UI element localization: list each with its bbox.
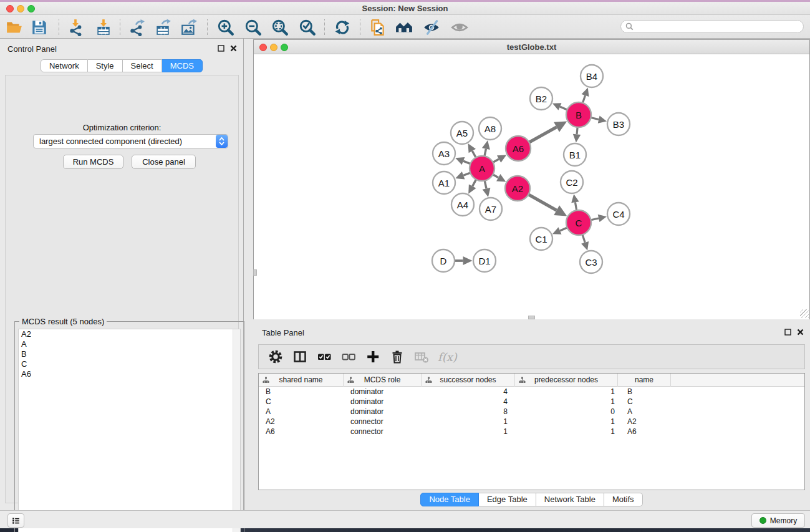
- close-panel-icon[interactable]: [797, 329, 804, 336]
- toggle-panel-visibility-icon[interactable]: [451, 19, 468, 36]
- zoom-selected-icon[interactable]: [299, 19, 316, 36]
- table-row[interactable]: A2connector11A2: [259, 417, 804, 427]
- add-column-icon[interactable]: [365, 349, 381, 365]
- split-table-icon[interactable]: [292, 349, 308, 365]
- splitter-handle-bottom[interactable]: [528, 316, 535, 319]
- task-history-button[interactable]: [7, 513, 24, 528]
- result-list-item[interactable]: A6: [19, 369, 240, 379]
- import-network-icon[interactable]: [67, 19, 84, 36]
- table-cell: dominator: [344, 397, 422, 407]
- unselect-all-columns-icon[interactable]: [340, 349, 357, 365]
- hide-graphics-details-icon[interactable]: [423, 19, 440, 36]
- import-table-icon[interactable]: [95, 19, 112, 36]
- network-maximize-button[interactable]: [281, 44, 288, 51]
- tab-select[interactable]: Select: [123, 59, 162, 72]
- tab-style[interactable]: Style: [88, 59, 123, 72]
- svg-text:B4: B4: [586, 71, 597, 82]
- network-node-B4[interactable]: B4: [581, 65, 603, 87]
- table-settings-icon[interactable]: [268, 349, 284, 365]
- network-node-D1[interactable]: D1: [473, 249, 496, 272]
- select-all-columns-icon[interactable]: [316, 349, 332, 365]
- float-panel-icon[interactable]: [218, 45, 224, 52]
- window-resize-grip[interactable]: [800, 309, 809, 318]
- network-node-A1[interactable]: A1: [433, 172, 455, 194]
- network-node-D[interactable]: D: [432, 249, 455, 272]
- apply-preferred-layout-icon[interactable]: [334, 19, 351, 36]
- network-node-B3[interactable]: B3: [607, 113, 630, 135]
- search-field[interactable]: [620, 20, 804, 33]
- column-header-shared-name[interactable]: shared name: [259, 374, 344, 387]
- minimize-window-button[interactable]: [17, 5, 24, 12]
- tab-mcds[interactable]: MCDS: [162, 59, 203, 72]
- network-node-A7[interactable]: A7: [480, 198, 502, 220]
- result-list-item[interactable]: A2: [19, 329, 240, 339]
- network-node-A2[interactable]: A2: [505, 176, 530, 201]
- tab-network[interactable]: Network: [41, 59, 88, 72]
- network-canvas[interactable]: B4B2BB3A5A8A6A3B1AA1C2A2A4A7C4CC1C3DD1: [254, 55, 809, 319]
- close-panel-icon[interactable]: [230, 45, 237, 52]
- result-list-item[interactable]: A: [19, 339, 240, 349]
- result-list-scrollbar[interactable]: [233, 329, 240, 532]
- network-node-B2[interactable]: B2: [530, 87, 552, 110]
- show-all-networks-icon[interactable]: [395, 19, 413, 36]
- criterion-dropdown[interactable]: largest connected component (directed): [33, 134, 228, 148]
- svg-text:A6: A6: [513, 143, 524, 154]
- export-image-icon[interactable]: [180, 19, 198, 36]
- duplicate-network-icon[interactable]: [369, 19, 387, 36]
- zoom-out-icon[interactable]: [244, 19, 262, 36]
- memory-button[interactable]: Memory: [751, 513, 805, 528]
- network-node-B1[interactable]: B1: [564, 143, 586, 166]
- open-session-icon[interactable]: [6, 19, 23, 36]
- network-node-A[interactable]: A: [470, 156, 494, 181]
- delete-column-icon[interactable]: [389, 349, 405, 365]
- zoom-in-icon[interactable]: [217, 19, 234, 36]
- float-panel-icon[interactable]: [784, 329, 791, 336]
- table-cell: 1: [515, 397, 618, 407]
- network-node-A4[interactable]: A4: [451, 193, 474, 216]
- table-cell: 8: [422, 407, 515, 417]
- zoom-fit-icon[interactable]: [271, 19, 289, 36]
- network-close-button[interactable]: [259, 44, 267, 51]
- close-panel-button[interactable]: Close panel: [132, 155, 196, 169]
- network-node-B[interactable]: B: [566, 102, 591, 127]
- maximize-window-button[interactable]: [27, 5, 35, 12]
- column-header-name[interactable]: name: [618, 374, 671, 387]
- column-header-successor-nodes[interactable]: successor nodes: [422, 374, 515, 387]
- network-node-C2[interactable]: C2: [561, 171, 583, 193]
- table-cell: [671, 407, 804, 417]
- save-session-icon[interactable]: [31, 19, 48, 36]
- column-header-predecessor-nodes[interactable]: predecessor nodes: [515, 374, 618, 387]
- tab-motifs[interactable]: Motifs: [604, 493, 643, 506]
- tab-node-table[interactable]: Node Table: [420, 493, 479, 506]
- network-node-C[interactable]: C: [566, 210, 591, 235]
- result-list-item[interactable]: B: [19, 349, 240, 359]
- criterion-value: largest connected component (directed): [34, 137, 216, 146]
- export-table-icon[interactable]: [154, 19, 171, 36]
- splitter-handle-left[interactable]: [253, 269, 257, 276]
- network-node-C1[interactable]: C1: [530, 228, 552, 250]
- column-header-mcds-role[interactable]: MCDS role: [344, 374, 422, 387]
- result-list-item[interactable]: C: [19, 359, 240, 369]
- network-node-A8[interactable]: A8: [479, 117, 501, 140]
- dropdown-stepper-icon: [216, 135, 228, 148]
- tab-edge-table[interactable]: Edge Table: [479, 493, 536, 506]
- node-table: shared name MCDS role successor nodes pr…: [258, 373, 805, 490]
- svg-text:A4: A4: [457, 200, 468, 210]
- network-minimize-button[interactable]: [270, 44, 277, 51]
- run-mcds-button[interactable]: Run MCDS: [63, 155, 123, 169]
- network-node-A3[interactable]: A3: [433, 142, 455, 165]
- table-row[interactable]: A6connector11A6: [259, 427, 804, 437]
- column-tree-icon: [519, 377, 526, 384]
- network-node-A6[interactable]: A6: [506, 136, 531, 161]
- network-node-C4[interactable]: C4: [607, 203, 630, 225]
- network-node-C3[interactable]: C3: [580, 251, 602, 273]
- table-row[interactable]: Adominator80A: [259, 407, 804, 417]
- mcds-result-list[interactable]: A2ABCA6: [18, 329, 241, 532]
- network-node-A5[interactable]: A5: [451, 122, 473, 144]
- tab-network-table[interactable]: Network Table: [536, 493, 604, 506]
- export-network-icon[interactable]: [128, 19, 145, 36]
- table-row[interactable]: Bdominator41B: [259, 387, 804, 397]
- close-window-button[interactable]: [6, 5, 14, 12]
- table-row[interactable]: Cdominator41C: [259, 397, 804, 407]
- control-panel: Control Panel Network Style Select MCDS …: [0, 39, 244, 510]
